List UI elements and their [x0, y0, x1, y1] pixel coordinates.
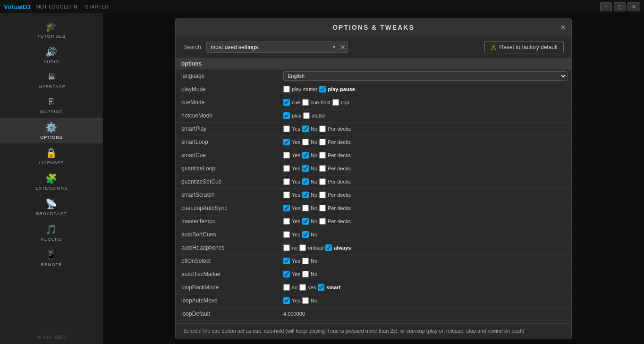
- mapping-icon: 🎚: [47, 97, 57, 108]
- option-name-smartLoop: smartLoop: [176, 137, 280, 147]
- cueMode-cup-checkbox[interactable]: [332, 99, 339, 106]
- sidebar-label-licenses: LICENSES: [39, 160, 64, 165]
- autoDiscMarker-yes-checkbox[interactable]: [283, 271, 290, 277]
- loopAutoMove-yes-checkbox[interactable]: [283, 297, 290, 304]
- loopBackMode-yes-label: yes: [308, 285, 316, 290]
- smartLoop-yes-checkbox[interactable]: [283, 139, 290, 145]
- autoDiscMarker-yes-label: Yes: [292, 271, 300, 277]
- modal-footer: Select if the cue button act as cue, cue…: [176, 323, 571, 338]
- quantizeSetCue-yes-checkbox[interactable]: [283, 178, 290, 185]
- pflOnSelect-yes-checkbox[interactable]: [283, 258, 290, 264]
- smartCue-yes-checkbox[interactable]: [283, 152, 290, 159]
- option-name-playMode: playMode: [176, 84, 280, 94]
- hotcueMode-stutter-label: stutter: [312, 113, 326, 118]
- autoHeadphones-always-checkbox[interactable]: [325, 244, 332, 251]
- hotcueMode-play-label: play: [292, 113, 301, 118]
- autoDiscMarker-no-checkbox[interactable]: [302, 271, 309, 277]
- option-row-smartCue: smartCue Yes No Per decks: [176, 149, 571, 162]
- loopBackMode-yes-checkbox[interactable]: [299, 284, 306, 291]
- pflOnSelect-no-checkbox[interactable]: [302, 258, 309, 264]
- loopBackMode-smart-checkbox[interactable]: [318, 284, 324, 291]
- cueMode-cue-checkbox[interactable]: [283, 99, 290, 106]
- sidebar-item-interface[interactable]: 🖥 INTERFACE: [0, 68, 103, 93]
- sidebar-item-remote[interactable]: 📱 REMOTE: [0, 245, 103, 271]
- autoSortCues-yes-checkbox[interactable]: [283, 231, 290, 238]
- playMode-playstutter-checkbox[interactable]: [283, 86, 290, 92]
- autoHeadphones-onload-checkbox[interactable]: [299, 244, 306, 251]
- remote-icon: 📱: [45, 249, 58, 260]
- option-name-cueMode: cueMode: [176, 97, 280, 108]
- masterTempo-yes-checkbox[interactable]: [283, 218, 290, 225]
- option-row-cueMode: cueMode cue cue-hold cup: [176, 96, 571, 109]
- modal-close-button[interactable]: ×: [560, 23, 566, 33]
- cueLoopAutoSync-no-checkbox[interactable]: [302, 205, 309, 211]
- smartPlay-no-checkbox[interactable]: [302, 126, 309, 132]
- sidebar-item-record[interactable]: 🎵 RECORD: [0, 220, 103, 245]
- masterTempo-perdecks-checkbox[interactable]: [319, 218, 326, 225]
- smartLoop-perdecks-checkbox[interactable]: [319, 139, 326, 145]
- smartPlay-yes-checkbox[interactable]: [283, 126, 290, 132]
- option-controls-hotcueMode: play stutter: [280, 110, 571, 121]
- playMode-playpause-checkbox[interactable]: [319, 86, 326, 92]
- loopAutoMove-no-checkbox[interactable]: [302, 297, 309, 304]
- sidebar-item-mapping[interactable]: 🎚 MAPPING: [0, 93, 103, 118]
- smartLoop-no-checkbox[interactable]: [302, 139, 309, 145]
- option-row-smartLoop: smartLoop Yes No Per decks: [176, 136, 571, 149]
- sidebar-item-options[interactable]: ⚙️ OPTIONS: [0, 118, 103, 143]
- autoSortCues-no-checkbox[interactable]: [302, 231, 309, 238]
- option-name-smartPlay: smartPlay: [176, 124, 280, 134]
- option-name-cueLoopAutoSync: cueLoopAutoSync: [176, 203, 280, 213]
- option-name-loopBackMode: loopBackMode: [176, 282, 280, 293]
- option-row-quantizeSetCue: quantizeSetCue Yes No Per decks: [176, 176, 571, 189]
- smartLoop-no-label: No: [311, 139, 317, 145]
- smartScratch-perdecks-checkbox[interactable]: [319, 192, 326, 198]
- option-name-loopDefault: loopDefault: [176, 309, 280, 319]
- option-controls-smartLoop: Yes No Per decks: [280, 137, 571, 147]
- smartCue-no-checkbox[interactable]: [302, 152, 309, 159]
- hotcueMode-stutter-checkbox[interactable]: [303, 112, 310, 119]
- option-row-smartScratch: smartScratch Yes No Per decks: [176, 189, 571, 202]
- quantizeSetCue-no-checkbox[interactable]: [302, 178, 309, 185]
- smartCue-perdecks-checkbox[interactable]: [319, 152, 326, 159]
- search-clear-button[interactable]: ✕: [338, 43, 347, 51]
- quantizeLoop-perdecks-checkbox[interactable]: [319, 165, 326, 172]
- option-controls-playMode: play-stutter play-pause: [280, 84, 571, 94]
- language-select[interactable]: English: [283, 71, 568, 81]
- option-name-loopAutoMove: loopAutoMove: [176, 295, 280, 306]
- smartScratch-yes-checkbox[interactable]: [283, 192, 290, 198]
- maximize-button[interactable]: □: [614, 2, 626, 11]
- option-row-smartPlay: smartPlay Yes No Per decks: [176, 123, 571, 136]
- sidebar-item-licenses[interactable]: 🔒 LICENSES: [0, 143, 103, 169]
- sidebar-item-audio[interactable]: 🔊 AUDIO: [0, 42, 103, 68]
- sidebar-item-tutorials[interactable]: 🎓 TUTORIALS: [0, 17, 103, 42]
- cueLoopAutoSync-yes-checkbox[interactable]: [283, 205, 290, 211]
- quantizeLoop-yes-checkbox[interactable]: [283, 165, 290, 172]
- minimize-button[interactable]: ─: [600, 2, 612, 11]
- option-name-masterTempo: masterTempo: [176, 216, 280, 227]
- search-input[interactable]: [207, 42, 330, 52]
- smartScratch-perdecks-label: Per decks: [328, 192, 351, 198]
- quantizeLoop-no-checkbox[interactable]: [302, 165, 309, 172]
- option-row-autoSortCues: autoSortCues Yes No: [176, 228, 571, 242]
- sidebar-item-broadcast[interactable]: 📡 BROADCAST: [0, 194, 103, 220]
- search-dropdown-button[interactable]: ▼: [330, 44, 338, 50]
- sidebar-item-extensions[interactable]: 🧩 EXTENSIONS: [0, 169, 103, 194]
- autoHeadphones-no-checkbox[interactable]: [283, 244, 290, 251]
- playMode-playpause-label: play-pause: [328, 86, 355, 92]
- option-controls-masterTempo: Yes No Per decks: [280, 216, 571, 227]
- smartPlay-perdecks-checkbox[interactable]: [319, 126, 326, 132]
- masterTempo-no-checkbox[interactable]: [302, 218, 309, 225]
- cueMode-cup-label: cup: [341, 100, 349, 105]
- autoHeadphones-always-label: always: [334, 245, 351, 251]
- cueMode-cuehold-checkbox[interactable]: [302, 99, 309, 106]
- loopBackMode-no-checkbox[interactable]: [283, 284, 290, 291]
- hotcueMode-play-checkbox[interactable]: [283, 112, 290, 119]
- footer-description: Select if the cue button act as cue, cue…: [183, 328, 525, 334]
- reset-factory-button[interactable]: ⚠ Reset to factory default: [484, 41, 564, 53]
- option-name-hotcueMode: hotcueMode: [176, 110, 280, 121]
- close-app-button[interactable]: ✕: [627, 2, 640, 11]
- modal-header: OPTIONS & TWEAKS ×: [176, 19, 571, 36]
- smartScratch-no-checkbox[interactable]: [302, 192, 309, 198]
- cueLoopAutoSync-perdecks-checkbox[interactable]: [319, 205, 326, 211]
- quantizeSetCue-perdecks-checkbox[interactable]: [319, 178, 326, 185]
